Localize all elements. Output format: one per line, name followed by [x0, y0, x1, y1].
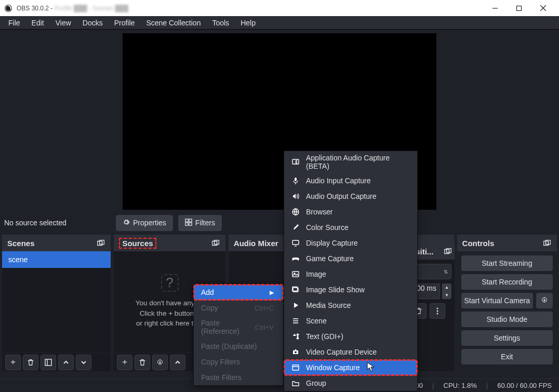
- sources-context-menu: Add▶ CopyCtrl+C Paste (Reference)Ctrl+V …: [193, 284, 284, 386]
- app-audio-icon: [291, 158, 300, 166]
- image-icon: [291, 270, 300, 278]
- remove-scene-button[interactable]: [23, 355, 38, 370]
- move-scene-down-button[interactable]: [76, 355, 91, 370]
- add-image[interactable]: Image: [284, 266, 417, 282]
- add-game-capture[interactable]: Game Capture: [284, 251, 417, 266]
- add-image-slide-show[interactable]: Image Slide Show: [284, 282, 417, 298]
- settings-button[interactable]: Settings: [461, 330, 553, 346]
- svg-rect-26: [295, 178, 297, 181]
- window-icon: [291, 363, 300, 372]
- exit-button[interactable]: Exit: [461, 349, 553, 364]
- gear-icon: [123, 219, 130, 227]
- add-source-submenu: Application Audio Capture (BETA) Audio I…: [284, 151, 418, 391]
- minimize-button[interactable]: [483, 0, 507, 16]
- scene-item[interactable]: scene: [2, 251, 111, 268]
- svg-point-16: [159, 361, 162, 363]
- popout-icon[interactable]: [96, 239, 105, 247]
- start-recording-button[interactable]: Start Recording: [461, 274, 553, 290]
- add-scene[interactable]: Scene: [284, 313, 417, 329]
- controls-header[interactable]: Controls: [457, 235, 557, 251]
- virtual-camera-settings-button[interactable]: [536, 293, 553, 308]
- menu-file[interactable]: File: [3, 17, 25, 29]
- svg-rect-30: [292, 272, 299, 277]
- source-status-text: No source selected: [4, 219, 111, 227]
- add-group[interactable]: Group: [284, 375, 417, 391]
- list-icon: [291, 317, 300, 325]
- add-scene-button[interactable]: ＋: [5, 355, 21, 370]
- add-text-gdi[interactable]: Text (GDI+): [284, 329, 417, 344]
- transition-properties-button[interactable]: [430, 303, 445, 319]
- status-cpu: CPU: 1.8%: [444, 382, 477, 389]
- duration-spinner[interactable]: ▲▼: [442, 283, 451, 299]
- status-fps: 60.00 / 60.00 FPS: [497, 382, 552, 389]
- add-window-capture[interactable]: Window Capture: [284, 360, 417, 375]
- popout-icon[interactable]: [444, 247, 451, 256]
- menu-view[interactable]: View: [50, 17, 76, 29]
- menu-edit[interactable]: Edit: [26, 17, 49, 29]
- menu-help[interactable]: Help: [235, 17, 261, 29]
- context-menu-add[interactable]: Add▶: [194, 285, 283, 300]
- svg-point-23: [437, 310, 438, 312]
- popout-icon[interactable]: [211, 239, 220, 247]
- properties-button[interactable]: Properties: [116, 215, 173, 231]
- menu-scene-collection[interactable]: Scene Collection: [141, 17, 206, 29]
- svg-point-19: [543, 299, 545, 301]
- move-source-up-button[interactable]: [170, 355, 185, 370]
- gear-icon: [541, 296, 548, 305]
- svg-rect-25: [292, 159, 299, 164]
- context-menu-paste-filters: Paste Filters: [194, 370, 283, 385]
- brush-icon: [291, 223, 300, 232]
- chevron-down-icon[interactable]: ▼: [442, 291, 451, 299]
- add-audio-input-capture[interactable]: Audio Input Capture: [284, 173, 417, 188]
- window-title: OBS 30.0.2 - Profile ███ - Scenes ███: [17, 5, 128, 12]
- play-icon: [291, 301, 300, 309]
- chevron-up-icon[interactable]: ▲: [442, 283, 451, 291]
- svg-point-22: [437, 308, 438, 309]
- start-streaming-button[interactable]: Start Streaming: [461, 255, 553, 271]
- microphone-icon: [291, 177, 300, 185]
- preview-area: [0, 30, 559, 211]
- chevron-updown-icon: ⇅: [444, 269, 448, 275]
- source-properties-button[interactable]: [152, 355, 168, 370]
- menu-tools[interactable]: Tools: [207, 17, 234, 29]
- add-video-capture-device[interactable]: Video Capture Device: [284, 344, 417, 360]
- add-browser[interactable]: Browser: [284, 204, 417, 220]
- add-display-capture[interactable]: Display Capture: [284, 235, 417, 251]
- add-audio-output-capture[interactable]: Audio Output Capture: [284, 188, 417, 204]
- scenes-list[interactable]: scene: [2, 251, 111, 353]
- scene-filters-button[interactable]: [41, 355, 56, 370]
- svg-rect-8: [185, 222, 188, 225]
- filters-icon: [185, 219, 192, 227]
- add-color-source[interactable]: Color Source: [284, 220, 417, 235]
- studio-mode-button[interactable]: Studio Mode: [461, 312, 553, 327]
- title-bar: OBS 30.0.2 - Profile ███ - Scenes ███: [0, 0, 559, 16]
- svg-point-24: [437, 313, 438, 315]
- menu-profile[interactable]: Profile: [109, 17, 140, 29]
- menu-bar: File Edit View Docks Profile Scene Colle…: [0, 16, 559, 30]
- maximize-button[interactable]: [507, 0, 531, 16]
- context-menu-paste-reference: Paste (Reference)Ctrl+V: [194, 316, 283, 339]
- filters-button[interactable]: Filters: [178, 215, 222, 231]
- remove-source-button[interactable]: [135, 355, 150, 370]
- add-application-audio-capture[interactable]: Application Audio Capture (BETA): [284, 151, 417, 173]
- move-scene-up-button[interactable]: [58, 355, 74, 370]
- svg-rect-7: [189, 219, 192, 221]
- menu-docks[interactable]: Docks: [77, 17, 108, 29]
- sources-header[interactable]: Sources: [114, 235, 225, 251]
- svg-rect-9: [189, 222, 192, 225]
- context-menu-copy: CopyCtrl+C: [194, 300, 283, 316]
- chevron-right-icon: ▶: [270, 289, 274, 296]
- slideshow-icon: [291, 286, 300, 294]
- obs-logo-icon: [4, 4, 12, 12]
- add-source-button[interactable]: ＋: [117, 355, 132, 370]
- popout-icon[interactable]: [542, 239, 552, 247]
- controls-dock: Controls Start Streaming Start Recording…: [457, 235, 557, 371]
- scenes-header[interactable]: Scenes: [2, 235, 111, 251]
- context-menu-copy-filters: Copy Filters: [194, 354, 283, 370]
- add-media-source[interactable]: Media Source: [284, 298, 417, 313]
- camera-icon: [291, 348, 300, 356]
- close-button[interactable]: [531, 0, 555, 16]
- start-virtual-camera-button[interactable]: Start Virtual Camera: [461, 293, 533, 308]
- svg-rect-12: [45, 359, 51, 366]
- scenes-dock: Scenes scene ＋: [2, 235, 111, 371]
